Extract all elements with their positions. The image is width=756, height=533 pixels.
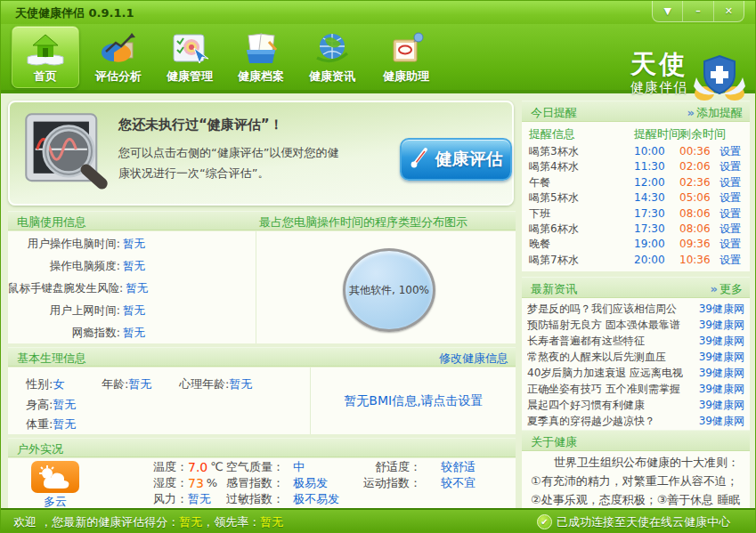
- reminder-row: 下班17:3008:06设置: [522, 206, 750, 222]
- thermometer-icon: [410, 146, 431, 173]
- assistant-icon: [386, 29, 426, 69]
- news-source-link[interactable]: 39健康网: [699, 317, 744, 333]
- news-title-link[interactable]: 正确坐姿有技巧 五个准则需掌握: [527, 381, 680, 397]
- news-title-link[interactable]: 夏季真的穿得越少越凉快？: [527, 413, 655, 429]
- assessment-banner: 您还未执行过“健康评估”！ 您可以点击右侧的“健康评估”以便对您的健 康状况进行…: [8, 101, 514, 206]
- pie-section-title: 最占您电脑操作时间的程序类型分布图示: [259, 214, 467, 230]
- usage-row: 操作电脑频度: 暂无: [8, 254, 256, 277]
- reminders-section-bar: 今日提醒 »添加提醒: [522, 101, 750, 122]
- archive-icon: [241, 29, 280, 69]
- humidity-label: 湿度：: [122, 475, 188, 491]
- outdoor-col2: 空气质量：中 感冒指数：极易发 过敏指数：极不易发: [207, 459, 339, 507]
- health-assess-button-label: 健康评估: [435, 148, 503, 171]
- reminder-time: 17:30: [634, 206, 665, 222]
- usage-label: 用户操作电脑时间:: [8, 232, 120, 254]
- more-news-link[interactable]: »更多: [711, 281, 743, 297]
- physio-fields: 性别:女 年龄:暂无 心理年龄:暂无 身高:暂无 体重:暂无: [8, 367, 311, 434]
- news-source-link[interactable]: 39健康网: [699, 365, 744, 381]
- usage-section-bar: 电脑使用信息 最占您电脑操作时间的程序类型分布图示: [8, 211, 516, 230]
- news-title-link[interactable]: 常熬夜的人醒来以后先测血压: [527, 349, 666, 365]
- news-title-link[interactable]: 40岁后脑力加速衰退 应远离电视: [527, 365, 683, 381]
- window-controls: ▼ – ✕: [652, 1, 744, 22]
- reminder-time: 17:30: [634, 222, 665, 237]
- news-source-link[interactable]: 39健康网: [699, 381, 744, 397]
- logo-text-line1: 天使: [630, 52, 687, 77]
- usage-row: 用户操作电脑时间: 暂无: [8, 232, 256, 254]
- cloudy-weather-icon: [31, 461, 79, 493]
- age-label: 年龄:: [102, 377, 128, 391]
- news-title-link[interactable]: 长寿者普遍都有这些特征: [527, 333, 645, 349]
- banner-desc-line1: 您可以点击右侧的“健康评估”以便对您的健: [118, 145, 338, 161]
- outdoor-section-bar: 户外实况: [8, 438, 516, 457]
- status-middle-text: ，领先率：: [202, 514, 260, 530]
- usage-value: 暂无: [123, 254, 145, 277]
- news-row: 正确坐姿有技巧 五个准则需掌握39健康网: [522, 381, 750, 397]
- program-type-pie-chart: 其他软件, 100%: [343, 248, 435, 332]
- temperature-value: 7.0: [188, 459, 207, 475]
- skin-menu-button[interactable]: ▼: [653, 1, 682, 21]
- usage-value: 暂无: [123, 321, 145, 343]
- reminder-settings-link[interactable]: 设置: [719, 222, 741, 237]
- weight-label: 体重:: [26, 417, 53, 431]
- reminder-time: 10:00: [634, 144, 665, 159]
- tab-news[interactable]: 健康资讯: [297, 27, 367, 87]
- tab-assistant[interactable]: 健康助理: [371, 27, 441, 87]
- bmi-setup-link[interactable]: 暂无BMI信息,请点击设置: [312, 367, 516, 434]
- reminder-time: 14:30: [634, 190, 665, 206]
- reminder-row: 喝第5杯水14:3005:06设置: [522, 190, 750, 206]
- pie-panel: 其他软件, 100%: [256, 231, 516, 343]
- title-bar: 天使健康伴侣 0.9.1.1 ▼ – ✕: [1, 1, 756, 24]
- reminder-col-info: 提醒信息: [529, 126, 575, 142]
- mental-age-label: 心理年龄:: [179, 377, 229, 391]
- cold-index-value: 极易发: [293, 475, 328, 491]
- reminder-settings-link[interactable]: 设置: [719, 206, 741, 222]
- minimize-button[interactable]: –: [682, 1, 712, 21]
- news-source-link[interactable]: 39健康网: [699, 301, 744, 317]
- news-section-title: 最新资讯: [531, 281, 577, 297]
- news-title-link[interactable]: 梦是反的吗？我们应该相信周公: [527, 301, 677, 317]
- add-reminder-label: 添加提醒: [696, 106, 743, 119]
- tab-home[interactable]: 首页: [12, 26, 79, 88]
- news-source-link[interactable]: 39健康网: [699, 397, 744, 413]
- news-row: 夏季真的穿得越少越凉快？39健康网: [522, 413, 750, 429]
- reminder-settings-link[interactable]: 设置: [719, 144, 741, 159]
- reminder-settings-link[interactable]: 设置: [719, 159, 741, 174]
- reminder-settings-link[interactable]: 设置: [719, 190, 741, 206]
- allergy-index-label: 过敏指数：: [207, 491, 284, 507]
- mental-age-value: 暂无: [229, 377, 252, 391]
- tab-archive[interactable]: 健康档案: [226, 27, 296, 87]
- reminder-name: 午餐: [529, 175, 550, 190]
- news-source-link[interactable]: 39健康网: [699, 333, 744, 349]
- reminder-row: 晚餐19:0009:36设置: [522, 237, 750, 252]
- reminder-settings-link[interactable]: 设置: [719, 237, 741, 252]
- allergy-index-value: 极不易发: [293, 491, 339, 507]
- tab-analysis[interactable]: 评估分析: [84, 27, 153, 87]
- status-score-value: 暂无: [179, 514, 202, 530]
- news-title-link[interactable]: 晨起四个好习惯有利健康: [527, 397, 645, 413]
- height-value: 暂无: [53, 398, 76, 411]
- physio-panel: 性别:女 年龄:暂无 心理年龄:暂无 身高:暂无 体重:暂无 暂无BMI信息,请…: [8, 367, 516, 434]
- usage-label: 网瘾指数:: [8, 321, 120, 343]
- usage-row: 用户上网时间: 暂无: [8, 299, 256, 321]
- gender-value: 女: [53, 377, 64, 391]
- tab-manage[interactable]: 健康管理: [155, 27, 224, 87]
- close-button[interactable]: ✕: [713, 1, 744, 21]
- usage-section-title: 电脑使用信息: [17, 214, 86, 230]
- news-source-link[interactable]: 39健康网: [699, 413, 744, 429]
- app-window: 天使健康伴侣 0.9.1.1 ▼ – ✕ 首页: [0, 0, 756, 533]
- add-reminder-link[interactable]: »添加提醒: [687, 105, 743, 121]
- health-assess-button[interactable]: 健康评估: [400, 138, 512, 181]
- reminder-settings-link[interactable]: 设置: [719, 253, 741, 268]
- temperature-label: 温度：: [122, 459, 188, 475]
- wind-label: 风力：: [122, 491, 188, 507]
- news-title-link[interactable]: 预防辐射无良方 固本强体最靠谱: [527, 317, 680, 333]
- status-welcome-text: 欢迎 ，您最新的健康评估得分：: [13, 514, 179, 530]
- reminder-settings-link[interactable]: 设置: [719, 175, 741, 190]
- news-row: 梦是反的吗？我们应该相信周公39健康网: [522, 301, 750, 317]
- reminders-section-title: 今日提醒: [531, 105, 577, 121]
- news-row: 长寿者普遍都有这些特征39健康网: [522, 333, 750, 349]
- news-source-link[interactable]: 39健康网: [699, 349, 744, 365]
- edit-health-info-link[interactable]: 修改健康信息: [439, 351, 508, 367]
- double-arrow-icon: »: [711, 282, 718, 295]
- age-value: 暂无: [128, 377, 151, 391]
